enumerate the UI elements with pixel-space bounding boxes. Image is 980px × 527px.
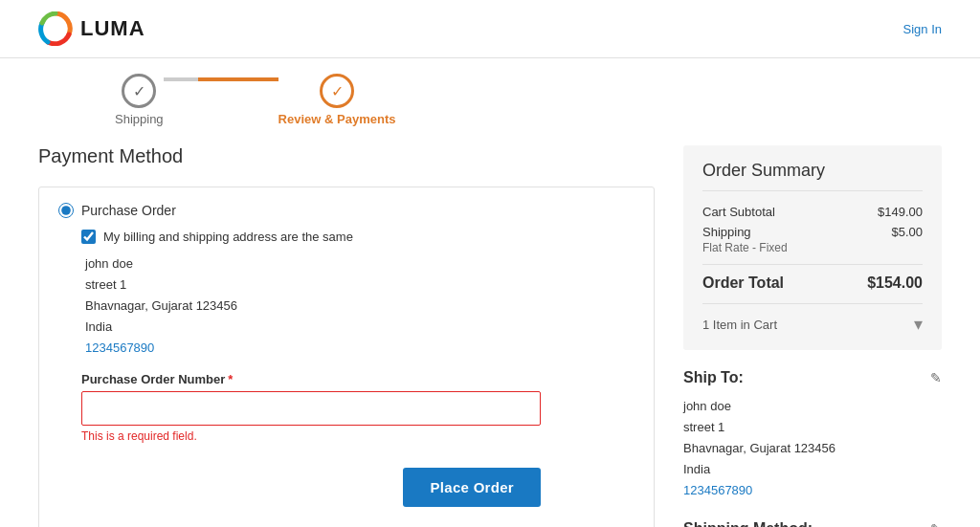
billing-checkbox[interactable]	[81, 230, 96, 244]
logo-area: LUMA	[38, 11, 145, 46]
step-review-label: Review & Payments	[278, 112, 396, 126]
billing-country: India	[85, 317, 635, 338]
step-shipping-circle: ✓	[122, 74, 156, 108]
luma-logo-icon	[38, 11, 73, 46]
order-total-row: Order Total $154.00	[702, 264, 923, 292]
billing-city-state-zip: Bhavnagar, Gujarat 123456	[85, 296, 635, 317]
purchase-order-option: Purchase Order My billing and shipping a…	[39, 187, 654, 527]
left-panel: Payment Method Purchase Order My billing…	[38, 145, 655, 527]
billing-section: My billing and shipping address are the …	[58, 218, 635, 522]
ship-to-name: john doe	[683, 396, 942, 417]
shipping-label: Shipping	[702, 225, 751, 239]
cart-subtotal-value: $149.00	[878, 205, 923, 219]
ship-to-address: john doe street 1 Bhavnagar, Gujarat 123…	[683, 396, 942, 501]
billing-phone: 1234567890	[85, 338, 635, 359]
progress-steps: ✓ Shipping ✓ Review & Payments	[0, 58, 980, 126]
cart-subtotal-label: Cart Subtotal	[702, 205, 775, 219]
cart-items-chevron: ▾	[914, 314, 923, 335]
shipping-detail-row: Flat Rate - Fixed	[702, 241, 923, 254]
ship-to-edit-icon[interactable]: ✎	[930, 370, 942, 385]
shipping-detail: Flat Rate - Fixed	[702, 241, 788, 254]
step-connector	[164, 77, 278, 81]
main-content: Payment Method Purchase Order My billing…	[0, 126, 980, 527]
ship-to-phone: 1234567890	[683, 480, 942, 501]
step-review-payments: ✓ Review & Payments	[278, 74, 396, 126]
shipping-method-edit-icon[interactable]: ✎	[930, 521, 942, 527]
sign-in-link[interactable]: Sign In	[903, 22, 942, 36]
logo-text: LUMA	[80, 16, 145, 41]
step-shipping: ✓ Shipping	[115, 74, 164, 126]
billing-checkbox-text: My billing and shipping address are the …	[103, 230, 353, 244]
cart-items-label: 1 Item in Cart	[702, 318, 777, 332]
right-panel: Order Summary Cart Subtotal $149.00 Ship…	[683, 145, 942, 527]
ship-to-box: Ship To: ✎ john doe street 1 Bhavnagar, …	[683, 369, 942, 501]
po-number-label: Purchase Order Number *	[81, 372, 635, 386]
billing-name: john doe	[85, 253, 635, 274]
billing-checkbox-label[interactable]: My billing and shipping address are the …	[81, 230, 635, 244]
order-summary-box: Order Summary Cart Subtotal $149.00 Ship…	[683, 145, 942, 350]
site-header: LUMA Sign In	[0, 0, 980, 58]
step-review-circle: ✓	[320, 74, 354, 108]
shipping-value: $5.00	[891, 225, 923, 239]
shipping-method-title: Shipping Method:	[683, 520, 813, 527]
payment-section: Purchase Order My billing and shipping a…	[38, 187, 655, 527]
po-number-input[interactable]	[81, 391, 541, 426]
ship-to-country: India	[683, 459, 942, 480]
step-shipping-label: Shipping	[115, 112, 164, 126]
shipping-method-box: Shipping Method: ✎ Flat Rate - Fixed	[683, 520, 942, 527]
purchase-order-text: Purchase Order	[81, 203, 176, 218]
shipping-row: Shipping $5.00	[702, 225, 923, 239]
shipping-method-header: Shipping Method: ✎	[683, 520, 942, 527]
order-summary-title: Order Summary	[702, 161, 923, 191]
order-total-label: Order Total	[702, 274, 784, 292]
ship-to-title: Ship To:	[683, 369, 744, 386]
ship-to-header: Ship To: ✎	[683, 369, 942, 386]
order-total-value: $154.00	[867, 274, 923, 292]
place-order-row: Place Order	[81, 458, 541, 522]
ship-to-city-state-zip: Bhavnagar, Gujarat 123456	[683, 438, 942, 459]
po-number-field-row: Purchase Order Number * This is a requir…	[81, 372, 635, 458]
billing-address: john doe street 1 Bhavnagar, Gujarat 123…	[81, 253, 635, 359]
po-number-error: This is a required field.	[81, 429, 635, 443]
place-order-button[interactable]: Place Order	[403, 468, 541, 507]
billing-street: street 1	[85, 274, 635, 296]
cart-items-toggle[interactable]: 1 Item in Cart ▾	[702, 303, 923, 335]
payment-method-title: Payment Method	[38, 145, 655, 167]
ship-to-street: street 1	[683, 417, 942, 438]
purchase-order-radio[interactable]	[58, 203, 74, 218]
required-star: *	[228, 372, 233, 386]
cart-subtotal-row: Cart Subtotal $149.00	[702, 205, 923, 219]
purchase-order-label[interactable]: Purchase Order	[58, 203, 635, 218]
